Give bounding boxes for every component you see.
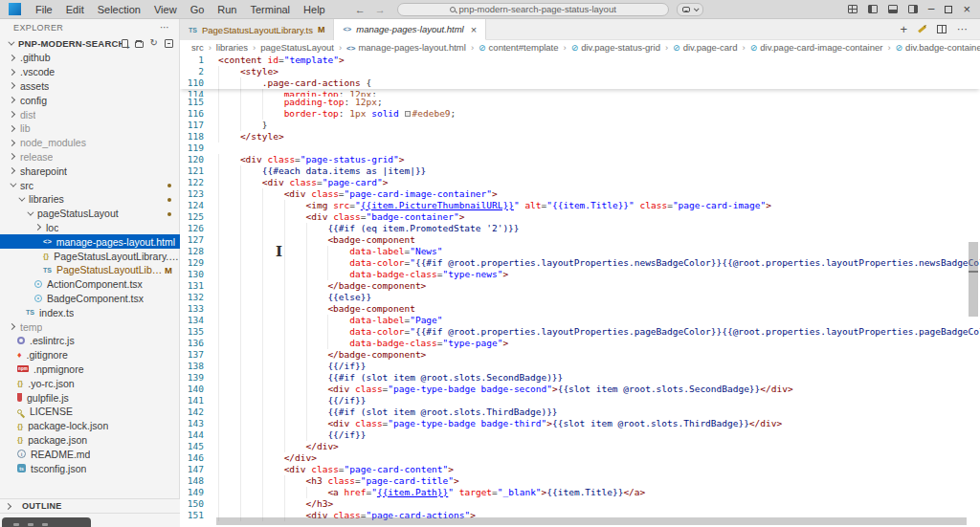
tree-item-temp[interactable]: temp	[0, 319, 180, 334]
tree-item-gitignore[interactable]: ♦.gitignore	[0, 348, 180, 362]
tree-item-pagestatuslayoutlibrary-ts[interactable]: TSPageStatusLayoutLibrary.tsM	[0, 263, 180, 277]
code-line-134[interactable]: 134data-label="Page"	[180, 315, 980, 326]
tree-item-npmignore[interactable]: npm.npmignore	[0, 362, 180, 377]
maximize-button[interactable]	[945, 6, 952, 13]
tab-manage-pages-layout-html[interactable]: <>manage-pages-layout.html×	[334, 19, 486, 40]
code-line-121[interactable]: 121{{#each data.items as |item|}}	[180, 165, 980, 177]
toggle-primary-sidebar-icon[interactable]	[868, 5, 878, 13]
tree-item-assets[interactable]: assets	[0, 79, 180, 94]
explorer-more-actions-icon[interactable]: ⋯	[160, 22, 169, 33]
code-line-146[interactable]: 146</div>	[180, 452, 980, 464]
code-line-138[interactable]: 138{{/if}}	[180, 361, 980, 372]
code-line-118[interactable]: 118</style>	[180, 131, 980, 143]
code-line-126[interactable]: 126{{#if (eq item.PromotedState '2')}}	[180, 223, 980, 234]
toggle-panel-icon[interactable]	[888, 5, 898, 13]
tree-item-index-ts[interactable]: TSindex.ts	[0, 305, 180, 319]
menu-selection[interactable]: Selection	[91, 4, 147, 15]
code-line-148[interactable]: 148<h3 class="page-card-title">	[180, 475, 980, 487]
tab-pagestatuslayoutlibrary-ts[interactable]: TSPageStatusLayoutLibrary.tsM	[180, 19, 334, 40]
tree-item-package-lock-json[interactable]: {}package-lock.json	[0, 419, 180, 433]
tree-item-dist[interactable]: dist	[0, 107, 180, 121]
toggle-secondary-sidebar-icon[interactable]	[908, 5, 918, 13]
menu-go[interactable]: Go	[184, 4, 212, 15]
code-line-144[interactable]: 144{{/if}}	[180, 429, 980, 441]
section-outline[interactable]: OUTLINE	[0, 498, 180, 513]
customize-layout-icon[interactable]	[848, 5, 858, 13]
code-line-133[interactable]: 133<badge-component	[180, 303, 980, 315]
breadcrumb-item-div-page-card-image-container[interactable]: ⊘div.page-card-image-container	[750, 42, 883, 53]
code-line-114[interactable]: 114margin-top: 12px;	[180, 89, 980, 97]
close-button[interactable]: ×	[963, 5, 970, 13]
tree-item-yo-rc-json[interactable]: {}.yo-rc.json	[0, 376, 180, 390]
refresh-icon[interactable]: ↻	[150, 38, 158, 48]
code-line-149[interactable]: 149<a href="{{item.Path}}" target="_blan…	[180, 487, 980, 498]
breadcrumb-item-div-page-status-grid[interactable]: ⊘div.page-status-grid	[571, 42, 660, 53]
menu-file[interactable]: File	[29, 4, 59, 15]
tree-item-src[interactable]: src	[0, 178, 180, 192]
code-editor[interactable]: 1<content id="template">2<style>110.page…	[180, 55, 980, 527]
tree-item-pagestatuslayout[interactable]: pageStatusLayout	[0, 207, 180, 221]
tree-item-manage-pages-layout-html[interactable]: <>manage-pages-layout.html	[0, 234, 180, 249]
forward-arrow-icon[interactable]: →	[375, 4, 386, 15]
close-icon[interactable]: ×	[471, 24, 477, 35]
code-line-135[interactable]: 135data-color="{{#if @root.properties.la…	[180, 326, 980, 338]
code-line-116[interactable]: 116border-top: 1px solid #edebe9;	[180, 108, 980, 120]
code-line-140[interactable]: 140<div class="page-type-badge badge-sec…	[180, 384, 980, 395]
code-line-123[interactable]: 123<div class="page-card-image-container…	[180, 188, 980, 200]
code-line-115[interactable]: 115padding-top: 12px;	[180, 97, 980, 108]
tree-item-eslintrc-js[interactable]: .eslintrc.js	[0, 334, 180, 348]
code-line-142[interactable]: 142{{#if (slot item @root.slots.ThirdBad…	[180, 406, 980, 418]
code-line-124[interactable]: 124<img src="{{item.PictureThumbnailURL}…	[180, 200, 980, 211]
more-actions-icon[interactable]: ⋯	[957, 23, 969, 35]
code-line-130[interactable]: 130data-badge-class="type-news">	[180, 269, 980, 280]
back-arrow-icon[interactable]: ←	[355, 4, 366, 15]
menu-terminal[interactable]: Terminal	[244, 4, 298, 15]
tree-item-github[interactable]: .github	[0, 51, 180, 65]
split-editor-icon[interactable]	[937, 25, 947, 33]
command-search-input[interactable]: pnp-modern-search-page-status-layout	[397, 3, 669, 16]
code-line-2[interactable]: 2<style>	[180, 66, 980, 77]
tree-item-gulpfile-js[interactable]: gulpfile.js	[0, 390, 180, 405]
code-line-128[interactable]: 128data-label="News"	[180, 246, 980, 257]
tree-item-badgecomponent-tsx[interactable]: BadgeComponent.tsx	[0, 292, 180, 306]
code-line-141[interactable]: 141{{/if}}	[180, 395, 980, 406]
menu-edit[interactable]: Edit	[59, 4, 91, 15]
sticky-scroll[interactable]: 1<content id="template">2<style>110.page…	[180, 55, 980, 89]
code-line-143[interactable]: 143<div class="page-type-badge badge-thi…	[180, 418, 980, 429]
inline-suggest-icon[interactable]	[918, 25, 926, 33]
code-line-120[interactable]: 120<div class="page-status-grid">	[180, 154, 980, 165]
collapse-all-icon[interactable]	[165, 39, 173, 48]
breadcrumb-item-src[interactable]: src	[191, 42, 204, 53]
tree-item-actioncomponent-tsx[interactable]: ActionComponent.tsx	[0, 277, 180, 292]
tree-item-package-json[interactable]: {}package.json	[0, 433, 180, 448]
new-folder-icon[interactable]	[135, 41, 144, 48]
new-file-icon[interactable]	[122, 39, 128, 48]
minimize-button[interactable]: –	[928, 5, 935, 13]
code-line-137[interactable]: 137</badge-component>	[180, 349, 980, 361]
menu-run[interactable]: Run	[211, 4, 243, 15]
tree-item-config[interactable]: config	[0, 93, 180, 107]
vertical-scrollbar[interactable]	[969, 242, 978, 317]
code-line-125[interactable]: 125<div class="badge-container">	[180, 211, 980, 223]
code-line-147[interactable]: 147<div class="page-card-content">	[180, 464, 980, 475]
breadcrumb-item-manage-pages-layout-html[interactable]: <>manage-pages-layout.html	[346, 42, 466, 53]
tree-item-tsconfig-json[interactable]: tstsconfig.json	[0, 461, 180, 475]
code-line-117[interactable]: 117}	[180, 120, 980, 131]
breadcrumb-item-pagestatuslayout[interactable]: pageStatusLayout	[260, 42, 334, 53]
code-line-132[interactable]: 132{{else}}	[180, 292, 980, 303]
breadcrumb-item-libraries[interactable]: libraries	[216, 42, 248, 53]
new-file-button[interactable]: +	[900, 22, 907, 36]
code-line-119[interactable]: 119	[180, 143, 980, 154]
breadcrumb-item-content-template[interactable]: ⊘content#template	[479, 42, 558, 53]
tree-item-lib[interactable]: lib	[0, 121, 180, 136]
horizontal-scrollbar[interactable]	[216, 517, 967, 525]
partial-line[interactable]: 114margin-top: 12px;	[180, 89, 980, 97]
menu-help[interactable]: Help	[297, 4, 332, 15]
breadcrumb-item-div-page-card[interactable]: ⊘div.page-card	[673, 42, 737, 53]
menu-view[interactable]: View	[147, 4, 184, 15]
code-line-110[interactable]: 110.page-card-actions {	[180, 77, 980, 89]
code-line-150[interactable]: 150</h3>	[180, 498, 980, 510]
code-line-145[interactable]: 145</div>	[180, 441, 980, 452]
tree-item-sharepoint[interactable]: sharepoint	[0, 164, 180, 178]
tree-item-vscode[interactable]: .vscode	[0, 65, 180, 79]
